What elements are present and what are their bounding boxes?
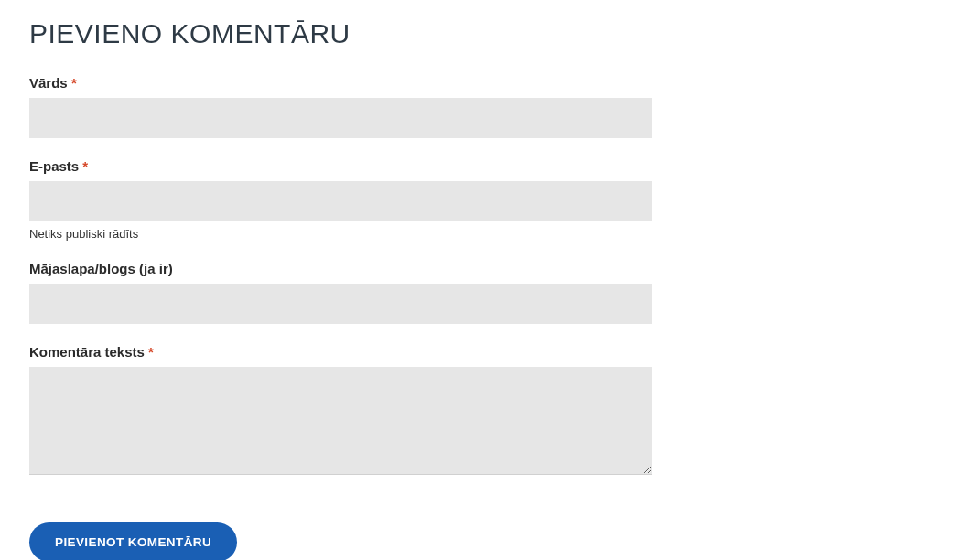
email-input[interactable] [29, 181, 652, 221]
required-marker: * [71, 75, 77, 91]
comment-label-text: Komentāra teksts [29, 344, 145, 360]
page-title: PIEVIENO KOMENTĀRU [29, 18, 652, 49]
comment-label: Komentāra teksts * [29, 344, 652, 360]
submit-button[interactable]: PIEVIENOT KOMENTĀRU [29, 522, 237, 560]
email-label: E-pasts * [29, 158, 652, 174]
name-input[interactable] [29, 98, 652, 138]
email-field: E-pasts * Netiks publiski rādīts [29, 158, 652, 241]
comment-field: Komentāra teksts * [29, 344, 652, 479]
name-label: Vārds * [29, 75, 652, 91]
website-label-text: Mājaslapa/blogs (ja ir) [29, 261, 173, 276]
comment-textarea[interactable] [29, 367, 652, 475]
email-label-text: E-pasts [29, 158, 79, 174]
required-marker: * [82, 158, 88, 174]
email-help-text: Netiks publiski rādīts [29, 227, 652, 241]
website-label: Mājaslapa/blogs (ja ir) [29, 261, 652, 276]
website-field: Mājaslapa/blogs (ja ir) [29, 261, 652, 324]
name-label-text: Vārds [29, 75, 68, 91]
website-input[interactable] [29, 284, 652, 324]
name-field: Vārds * [29, 75, 652, 138]
required-marker: * [148, 344, 154, 360]
comment-form: PIEVIENO KOMENTĀRU Vārds * E-pasts * Net… [29, 18, 652, 560]
